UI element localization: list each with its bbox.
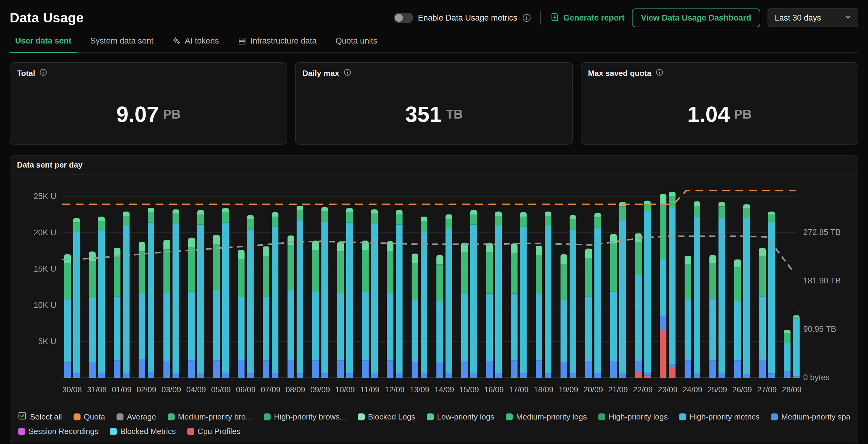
legend-item-medium-priority-bro[interactable]: Medium-priority bro... [168, 412, 252, 422]
view-dashboard-button[interactable]: View Data Usage Dashboard [632, 8, 760, 27]
enable-metrics-label: Enable Data Usage metrics [418, 13, 518, 23]
svg-text:15/09: 15/09 [459, 385, 479, 394]
generate-report-label: Generate report [563, 13, 625, 23]
bar-group-01/09[interactable] [114, 211, 129, 378]
download-report-icon [550, 12, 560, 24]
bar-group-26/09[interactable] [734, 204, 750, 378]
date-range-select[interactable]: Last 30 days [768, 8, 858, 27]
svg-text:01/09: 01/09 [112, 385, 131, 394]
bar-group-28/09[interactable] [784, 315, 800, 378]
legend-item-average[interactable]: Average [117, 412, 156, 422]
tab-quota-units[interactable]: Quota units [330, 36, 382, 53]
info-icon[interactable] [39, 68, 47, 78]
legend-label: High-priority metrics [689, 412, 760, 422]
legend-label: Session Recordings [28, 427, 98, 436]
legend-item-session-recordings[interactable]: Session Recordings [18, 427, 98, 436]
bar-group-04/09[interactable] [188, 210, 204, 378]
bar-group-11/09[interactable] [362, 209, 378, 378]
select-all-checkbox[interactable]: Select all [18, 412, 62, 422]
legend-item-high-priority-brows[interactable]: High-priority brows... [264, 412, 346, 422]
bar-group-02/09[interactable] [138, 208, 154, 378]
svg-text:08/09: 08/09 [285, 385, 305, 394]
legend-label: Medium-priority bro... [178, 412, 252, 422]
svg-text:17/09: 17/09 [509, 385, 528, 394]
bar-group-17/09[interactable] [511, 212, 527, 378]
bar-group-23/09[interactable] [660, 192, 676, 378]
bar-group-20/09[interactable] [585, 213, 601, 378]
divider [540, 11, 541, 25]
y-axis-left-labels: 25K U20K U15K U10K U5K U [34, 192, 56, 346]
bar-group-07/09[interactable] [263, 212, 278, 378]
svg-text:272.85 TB: 272.85 TB [803, 228, 841, 237]
metric-value: 1.04 [687, 102, 730, 127]
legend-item-high-priority-metrics[interactable]: High-priority metrics [679, 412, 760, 422]
bar-group-31/08[interactable] [89, 216, 105, 378]
generate-report-button[interactable]: Generate report [550, 12, 625, 24]
bar-group-16/09[interactable] [486, 211, 502, 378]
tab-ai-tokens[interactable]: AI tokens [167, 36, 224, 53]
legend-item-blocked-logs[interactable]: Blocked Logs [358, 412, 415, 422]
bar-group-08/09[interactable] [287, 206, 303, 378]
bar-group-14/09[interactable] [436, 214, 452, 378]
tab-label: AI tokens [185, 36, 219, 46]
legend-item-blocked-metrics[interactable]: Blocked Metrics [110, 427, 176, 436]
bar-group-18/09[interactable] [536, 211, 551, 378]
legend-swatch [264, 413, 271, 420]
legend-swatch [187, 428, 194, 435]
svg-text:23/09: 23/09 [658, 385, 677, 394]
tab-user-data-sent[interactable]: User data sent [10, 36, 77, 53]
legend-item-medium-priority-spa[interactable]: Medium-priority spa... [771, 412, 850, 422]
info-icon[interactable] [655, 68, 663, 78]
date-range-value: Last 30 days [775, 13, 821, 23]
bar-group-25/09[interactable] [709, 202, 725, 378]
bar-group-21/09[interactable] [610, 202, 626, 378]
bar-group-15/09[interactable] [461, 210, 477, 378]
svg-text:27/09: 27/09 [757, 385, 777, 394]
legend-item-high-priority-logs[interactable]: High-priority logs [598, 412, 668, 422]
bar-group-24/09[interactable] [685, 201, 700, 378]
info-icon[interactable] [343, 68, 351, 78]
legend-swatch [168, 413, 175, 420]
legend-label: High-priority logs [609, 412, 668, 422]
bar-group-06/09[interactable] [238, 215, 254, 378]
bar-group-12/09[interactable] [387, 210, 403, 378]
chart-legend: Select allQuotaAverageMedium-priority br… [10, 406, 858, 443]
card-body: 1.04PB [581, 84, 858, 144]
enable-metrics-toggle-group: Enable Data Usage metrics [394, 13, 531, 23]
tabs-bar: User data sentSystem data sentAI tokensI… [10, 36, 858, 53]
svg-text:02/09: 02/09 [136, 385, 156, 394]
svg-text:25K U: 25K U [34, 192, 56, 201]
bar-group-10/09[interactable] [337, 208, 353, 378]
legend-item-low-priority-logs[interactable]: Low-priority logs [427, 412, 494, 422]
enable-metrics-toggle[interactable] [394, 13, 413, 23]
svg-text:25/09: 25/09 [707, 385, 727, 394]
chevron-down-icon [844, 13, 852, 23]
legend-swatch [679, 413, 686, 420]
svg-text:10/09: 10/09 [335, 385, 355, 394]
page-title: Data Usage [10, 10, 84, 25]
server-icon [238, 37, 247, 46]
svg-text:30/08: 30/08 [62, 385, 82, 394]
tab-system-data-sent[interactable]: System data sent [85, 36, 159, 53]
legend-label: Medium-priority logs [516, 412, 587, 422]
chart-title: Data sent per day [17, 160, 83, 169]
svg-text:04/09: 04/09 [186, 385, 206, 394]
bar-group-19/09[interactable] [560, 215, 576, 378]
bar-group-22/09[interactable] [635, 201, 651, 378]
bar-group-03/09[interactable] [163, 209, 179, 378]
bar-group-30/08[interactable] [64, 218, 80, 378]
card-daily-max: Daily max351TB [295, 62, 572, 144]
info-icon[interactable] [522, 13, 531, 22]
svg-text:0 bytes: 0 bytes [803, 373, 830, 382]
tab-label: Infrastructure data [250, 36, 317, 46]
tab-infrastructure-data[interactable]: Infrastructure data [232, 36, 322, 53]
svg-text:15K U: 15K U [34, 264, 56, 273]
legend-item-quota[interactable]: Quota [73, 412, 105, 422]
bar-group-05/09[interactable] [213, 208, 229, 378]
svg-text:181.90 TB: 181.90 TB [803, 276, 841, 285]
card-title: Total [17, 69, 35, 78]
y-axis-right-labels: 272.85 TB181.90 TB90.95 TB0 bytes [803, 228, 841, 382]
legend-item-medium-priority-logs[interactable]: Medium-priority logs [506, 412, 587, 422]
legend-item-cpu-profiles[interactable]: Cpu Profiles [187, 427, 241, 436]
bar-group-13/09[interactable] [412, 216, 427, 378]
